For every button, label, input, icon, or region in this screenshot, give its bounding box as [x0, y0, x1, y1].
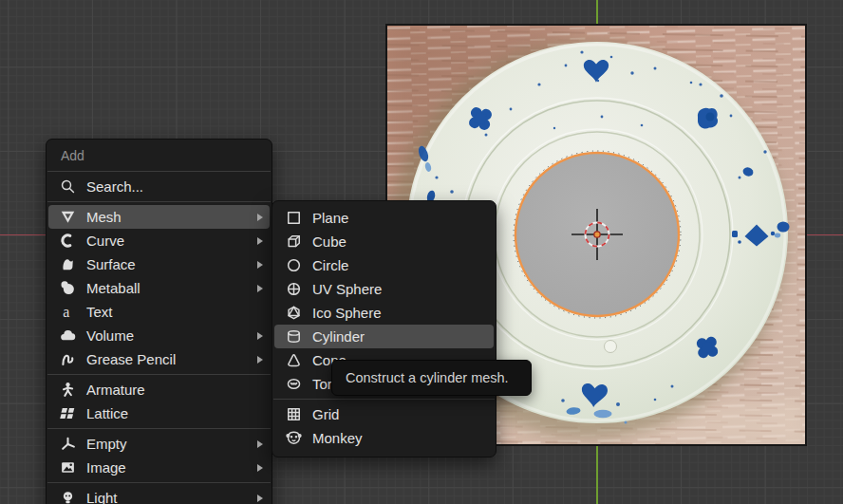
- menu-item-label: Text: [86, 304, 247, 320]
- blender-3d-viewport-screenshot: { "add_menu": { "title": "Add", "search_…: [0, 0, 843, 504]
- submenu-arrow-icon: [257, 495, 263, 502]
- curve-icon: [60, 233, 76, 249]
- menu-item-label: UV Sphere: [312, 281, 487, 297]
- tooltip-text: Construct a cylinder mesh.: [346, 370, 509, 385]
- menu-separator: [47, 482, 271, 483]
- tooltip: Construct a cylinder mesh.: [331, 360, 532, 396]
- menu-item-surface[interactable]: Surface: [47, 252, 272, 276]
- cylinder-icon: [286, 328, 302, 345]
- svg-text:a: a: [63, 304, 69, 320]
- menu-item-cube[interactable]: Cube: [272, 230, 496, 253]
- add-menu: Add Search... Mesh Curve: [46, 139, 272, 504]
- search-icon: [60, 178, 76, 195]
- mesh-icon: [60, 209, 76, 225]
- lattice-icon: [60, 405, 76, 421]
- menu-item-label: Ico Sphere: [312, 305, 487, 321]
- menu-item-label: Grid: [312, 406, 487, 422]
- menu-item-label: Metaball: [86, 280, 247, 296]
- menu-item-circle[interactable]: Circle: [272, 253, 496, 277]
- menu-item-label: Curve: [86, 233, 247, 249]
- circle-icon: [286, 257, 302, 273]
- light-icon: [60, 490, 76, 504]
- text-icon: a: [60, 304, 76, 320]
- uv-sphere-icon: [286, 281, 302, 297]
- metaball-icon: [60, 280, 76, 296]
- image-icon: [60, 459, 76, 476]
- grid-icon: [286, 406, 302, 422]
- menu-item-lattice[interactable]: Lattice: [47, 401, 272, 425]
- submenu-arrow-icon: [257, 237, 263, 245]
- submenu-arrow-icon: [257, 261, 263, 269]
- ico-sphere-icon: [286, 305, 302, 321]
- menu-separator: [47, 374, 271, 375]
- menu-item-search[interactable]: Search...: [47, 175, 272, 198]
- menu-item-cylinder[interactable]: Cylinder: [274, 325, 494, 348]
- grease-pencil-icon: [60, 351, 76, 367]
- submenu-arrow-icon: [257, 285, 263, 292]
- submenu-arrow-icon: [257, 214, 263, 221]
- menu-separator: [47, 171, 271, 172]
- menu-item-mesh[interactable]: Mesh: [48, 205, 270, 229]
- menu-item-label: Volume: [86, 327, 247, 344]
- menu-item-metaball[interactable]: Metaball: [47, 276, 272, 300]
- menu-item-label: Mesh: [86, 209, 247, 225]
- menu-item-empty[interactable]: Empty: [47, 432, 272, 456]
- menu-item-grease-pencil[interactable]: Grease Pencil: [47, 347, 272, 371]
- menu-separator: [47, 428, 271, 429]
- volume-icon: [60, 327, 76, 344]
- menu-item-uv-sphere[interactable]: UV Sphere: [272, 277, 496, 301]
- menu-item-plane[interactable]: Plane: [272, 206, 496, 230]
- menu-item-armature[interactable]: Armature: [47, 378, 272, 401]
- cone-icon: [286, 352, 302, 368]
- armature-icon: [60, 382, 76, 398]
- submenu-arrow-icon: [257, 332, 263, 340]
- add-menu-title: Add: [47, 143, 272, 168]
- menu-item-label: Lattice: [86, 405, 247, 421]
- menu-item-monkey[interactable]: Monkey: [272, 426, 496, 450]
- menu-separator: [47, 201, 271, 202]
- menu-item-text[interactable]: a Text: [47, 300, 272, 324]
- mesh-submenu: Plane Cube Circle UV Sphere Ico Sphere: [272, 200, 496, 457]
- menu-item-label: Armature: [86, 382, 247, 398]
- menu-item-label: Grease Pencil: [86, 351, 247, 367]
- menu-item-label: Light: [86, 490, 247, 504]
- menu-item-label: Cylinder: [312, 328, 487, 345]
- menu-item-light[interactable]: Light: [47, 486, 272, 504]
- submenu-arrow-icon: [257, 356, 263, 364]
- menu-item-label: Plane: [312, 210, 487, 226]
- menu-item-volume[interactable]: Volume: [47, 324, 272, 347]
- cube-icon: [286, 233, 302, 250]
- submenu-arrow-icon: [257, 440, 263, 448]
- empty-icon: [60, 436, 76, 452]
- menu-item-grid[interactable]: Grid: [272, 402, 496, 426]
- menu-item-ico-sphere[interactable]: Ico Sphere: [272, 301, 496, 325]
- menu-item-label: Circle: [312, 257, 487, 273]
- torus-icon: [286, 376, 302, 392]
- menu-item-label: Search...: [86, 178, 247, 195]
- plane-icon: [286, 210, 302, 226]
- submenu-arrow-icon: [257, 464, 263, 472]
- menu-item-label: Empty: [86, 436, 247, 452]
- menu-item-label: Surface: [86, 256, 247, 272]
- menu-item-label: Cube: [312, 233, 487, 250]
- surface-icon: [60, 256, 76, 272]
- menu-item-label: Monkey: [312, 430, 487, 446]
- menu-item-image[interactable]: Image: [47, 456, 272, 479]
- menu-separator: [273, 399, 495, 400]
- menu-item-label: Image: [86, 459, 247, 476]
- 3d-viewport[interactable]: Add Search... Mesh Curve: [0, 0, 843, 504]
- menu-item-curve[interactable]: Curve: [47, 229, 272, 252]
- monkey-icon: [286, 430, 302, 446]
